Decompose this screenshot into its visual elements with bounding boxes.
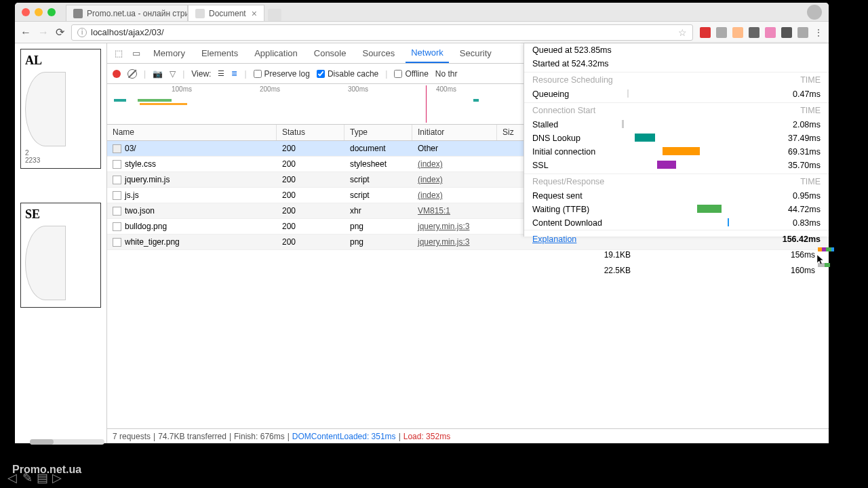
extra-row: 22.5KB 160ms: [536, 262, 829, 278]
favicon-icon: [195, 9, 205, 18]
col-name[interactable]: Name: [107, 125, 277, 140]
timing-dns: DNS Lookup: [532, 134, 580, 143]
tab-application[interactable]: Application: [249, 44, 303, 62]
back-button[interactable]: ←: [20, 26, 31, 39]
network-statusbar: 7 requests | 74.7KB transferred | Finish…: [107, 428, 829, 443]
record-button[interactable]: [113, 70, 121, 78]
view-label: View:: [191, 69, 211, 79]
view-large-icon[interactable]: ≣: [231, 69, 237, 78]
timing-sent: Request sent: [532, 191, 583, 201]
forward-button[interactable]: →: [38, 26, 49, 39]
nav-arrows: ◁ ✎ ▤ ▷: [5, 471, 64, 485]
extension-icon[interactable]: [765, 27, 776, 38]
timing-total: 156.42ms: [783, 235, 821, 244]
extra-row: 19.1KB 156ms: [536, 247, 829, 262]
file-icon: [113, 222, 121, 231]
throttle-select[interactable]: No thr: [435, 69, 458, 79]
mouse-cursor: [817, 255, 825, 266]
device-mode-icon[interactable]: ▭: [130, 47, 142, 60]
nav-prev-icon[interactable]: ◁: [5, 471, 19, 485]
bookmark-icon[interactable]: ☆: [678, 27, 687, 38]
timing-ssl: SSL: [532, 161, 549, 170]
maximize-window-button[interactable]: [47, 8, 56, 16]
section-scheduling: Resource Scheduling: [532, 75, 613, 85]
filter-icon[interactable]: ▽: [170, 69, 176, 79]
inspect-icon[interactable]: ⬚: [113, 47, 125, 60]
browser-tab-active[interactable]: Document ×: [188, 5, 264, 21]
menu-icon[interactable]: ⋮: [814, 27, 823, 38]
content-area: AL 2 2233 SE ⬚ ▭ Memory Elements Applica…: [15, 43, 829, 443]
offline-checkbox[interactable]: Offline: [394, 69, 428, 79]
card-image: [25, 72, 66, 146]
page-viewport: AL 2 2233 SE: [15, 43, 106, 443]
url-input[interactable]: i localhost/ajax2/03/ ☆: [71, 24, 693, 41]
file-icon: [113, 144, 121, 153]
card-title: SE: [25, 207, 96, 222]
clear-button[interactable]: [127, 69, 137, 79]
nav-next-icon[interactable]: ▷: [50, 471, 64, 485]
browser-window: Promo.net.ua - онлайн стрим × Document ×…: [15, 3, 829, 443]
devtools-panel: ⬚ ▭ Memory Elements Application Console …: [106, 43, 829, 443]
horizontal-scrollbar[interactable]: [30, 439, 104, 445]
extension-icon[interactable]: [716, 27, 727, 38]
status-finish: Finish: 676ms: [234, 432, 285, 441]
tab-memory[interactable]: Memory: [148, 44, 191, 62]
status-load: Load: 352ms: [403, 432, 450, 441]
window-titlebar: Promo.net.ua - онлайн стрим × Document ×: [15, 3, 829, 22]
tab-console[interactable]: Console: [309, 44, 352, 62]
col-initiator[interactable]: Initiator: [412, 125, 497, 140]
file-icon: [113, 160, 121, 169]
section-connection: Connection Start: [532, 106, 595, 115]
preserve-log-checkbox[interactable]: Preserve log: [254, 69, 310, 79]
overview-bar: [473, 99, 479, 102]
timeline-tick: 200ms: [260, 85, 280, 93]
favicon-icon: [73, 9, 83, 18]
tab-network[interactable]: Network: [406, 43, 449, 63]
col-status[interactable]: Status: [277, 125, 344, 140]
timing-ttfb: Waiting (TTFB): [532, 205, 589, 214]
disable-cache-checkbox[interactable]: Disable cache: [317, 69, 378, 79]
extension-icon[interactable]: [797, 27, 808, 38]
extension-icon[interactable]: [700, 27, 711, 38]
browser-tabs: Promo.net.ua - онлайн стрим × Document ×: [66, 3, 281, 21]
file-icon: [113, 176, 121, 184]
new-tab-button[interactable]: [268, 9, 281, 21]
info-icon[interactable]: i: [77, 28, 87, 37]
file-icon: [113, 238, 121, 247]
card-value: 2: [25, 149, 96, 157]
timing-started: Started at 524.32ms: [532, 59, 609, 68]
status-requests: 7 requests: [113, 432, 151, 441]
profile-avatar[interactable]: [807, 5, 822, 20]
tab-security[interactable]: Security: [454, 44, 497, 62]
file-icon: [113, 207, 121, 216]
section-reqresp: Request/Response: [532, 177, 604, 186]
extension-icon[interactable]: [749, 27, 760, 38]
close-tab-icon[interactable]: ×: [252, 8, 257, 19]
close-window-button[interactable]: [22, 8, 30, 16]
timeline-tick: 300ms: [348, 85, 368, 93]
col-type[interactable]: Type: [344, 125, 412, 140]
extension-icon[interactable]: [732, 27, 743, 38]
timing-panel: Queued at 523.85ms Started at 524.32ms R…: [524, 43, 829, 237]
timing-stalled: Stalled: [532, 120, 558, 129]
tab-sources[interactable]: Sources: [357, 44, 400, 62]
browser-tab[interactable]: Promo.net.ua - онлайн стрим ×: [66, 5, 188, 21]
status-domcontentloaded: DOMContentLoaded: 351ms: [292, 432, 396, 441]
reload-button[interactable]: ⟳: [56, 26, 64, 39]
timing-download: Content Download: [532, 218, 602, 228]
tab-elements[interactable]: Elements: [196, 44, 243, 62]
camera-icon[interactable]: 📷: [153, 69, 163, 79]
timing-initconn: Initial connection: [532, 147, 595, 157]
minimize-window-button[interactable]: [35, 8, 43, 16]
view-list-icon[interactable]: ☰: [218, 69, 224, 78]
timing-explanation-link[interactable]: Explanation: [532, 235, 576, 244]
file-icon: [113, 191, 121, 200]
tab-title: Document: [209, 9, 246, 18]
window-controls: [22, 8, 56, 16]
extension-icons: ⋮: [700, 27, 823, 38]
nav-edit-icon[interactable]: ✎: [20, 471, 34, 485]
nav-list-icon[interactable]: ▤: [35, 471, 49, 485]
tab-title: Promo.net.ua - онлайн стрим: [87, 9, 188, 18]
extension-icon[interactable]: [781, 27, 792, 38]
page-card: AL 2 2233: [20, 49, 101, 169]
